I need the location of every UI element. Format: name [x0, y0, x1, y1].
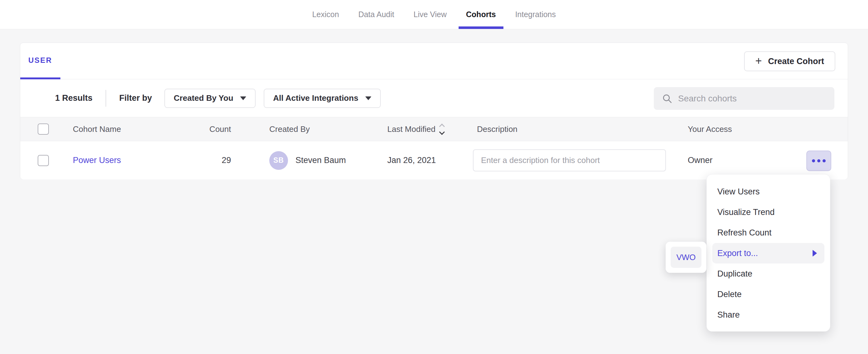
select-all-checkbox[interactable]	[38, 124, 49, 135]
nav-tab-lexicon[interactable]: Lexicon	[312, 0, 339, 29]
created-by-cell: SB Steven Baum	[269, 141, 346, 180]
filter-bar: 1 Results Filter by Created By You All A…	[20, 79, 848, 117]
search-box	[654, 87, 834, 110]
table-row: Power Users 29 SB Steven Baum Jan 26, 20…	[20, 141, 848, 180]
plus-icon: +	[755, 55, 762, 67]
create-cohort-label: Create Cohort	[768, 57, 824, 66]
menu-item-refresh-count[interactable]: Refresh Count	[712, 222, 825, 243]
select-all-cell	[38, 117, 49, 141]
row-checkbox[interactable]	[38, 155, 49, 166]
submenu-item-vwo[interactable]: VWO	[671, 247, 702, 268]
column-last-modified[interactable]: Last Modified	[387, 117, 444, 141]
menu-item-share[interactable]: Share	[712, 304, 825, 325]
menu-item-view-users[interactable]: View Users	[712, 181, 825, 202]
row-select-cell	[38, 141, 49, 180]
chevron-down-icon	[240, 96, 246, 100]
integrations-filter-dropdown[interactable]: All Active Integrations	[264, 89, 381, 108]
nav-tab-live-view[interactable]: Live View	[413, 0, 447, 29]
cohort-name-link[interactable]: Power Users	[73, 156, 121, 165]
description-cell	[473, 141, 666, 180]
create-cohort-button[interactable]: + Create Cohort	[744, 51, 835, 71]
cohorts-panel: USER + Create Cohort 1 Results Filter by…	[20, 43, 848, 180]
submenu-arrow-icon	[813, 250, 817, 257]
table-header: Cohort Name Count Created By Last Modifi…	[20, 117, 848, 141]
ellipsis-icon	[812, 159, 815, 162]
sort-up-chevron	[439, 124, 444, 129]
cohort-name-cell: Power Users	[73, 141, 121, 180]
top-nav: Lexicon Data Audit Live View Cohorts Int…	[0, 0, 868, 29]
menu-item-visualize-trend[interactable]: Visualize Trend	[712, 202, 825, 222]
cohort-type-tabstrip: USER + Create Cohort	[20, 43, 848, 79]
avatar: SB	[269, 151, 288, 170]
actions-cell	[806, 141, 831, 180]
nav-tab-data-audit[interactable]: Data Audit	[358, 0, 394, 29]
created-by-filter-value: Created By You	[174, 93, 233, 103]
export-to-label: Export to...	[717, 249, 758, 258]
divider	[105, 90, 106, 107]
column-count: Count	[169, 117, 231, 141]
creator-name: Steven Baum	[296, 156, 346, 165]
column-created-by: Created By	[269, 117, 310, 141]
nav-tab-integrations[interactable]: Integrations	[515, 0, 556, 29]
more-actions-button[interactable]	[806, 151, 831, 171]
column-description: Description	[477, 117, 518, 141]
export-submenu: VWO	[665, 242, 706, 273]
chevron-down-icon	[365, 96, 371, 100]
menu-item-duplicate[interactable]: Duplicate	[712, 263, 825, 284]
menu-item-export-to[interactable]: Export to...	[712, 243, 825, 263]
integrations-filter-value: All Active Integrations	[273, 93, 358, 103]
sort-icon[interactable]	[440, 124, 444, 134]
menu-item-delete[interactable]: Delete	[712, 284, 825, 304]
cohort-count-cell: 29	[169, 141, 231, 180]
results-count: 1 Results	[55, 93, 92, 103]
search-input[interactable]	[678, 94, 826, 104]
filter-by-label: Filter by	[119, 93, 152, 103]
cohort-actions-menu: View Users Visualize Trend Refresh Count…	[706, 174, 830, 332]
column-your-access: Your Access	[688, 117, 732, 141]
description-input[interactable]	[473, 149, 666, 171]
search-icon	[662, 93, 673, 104]
column-cohort-name: Cohort Name	[73, 117, 121, 141]
last-modified-cell: Jan 26, 2021	[387, 141, 436, 180]
created-by-filter-dropdown[interactable]: Created By You	[164, 89, 256, 108]
access-cell: Owner	[688, 141, 713, 180]
nav-tab-cohorts[interactable]: Cohorts	[466, 0, 496, 29]
tab-user[interactable]: USER	[20, 43, 60, 79]
column-last-modified-label: Last Modified	[387, 124, 436, 134]
sort-down-chevron	[439, 129, 444, 135]
